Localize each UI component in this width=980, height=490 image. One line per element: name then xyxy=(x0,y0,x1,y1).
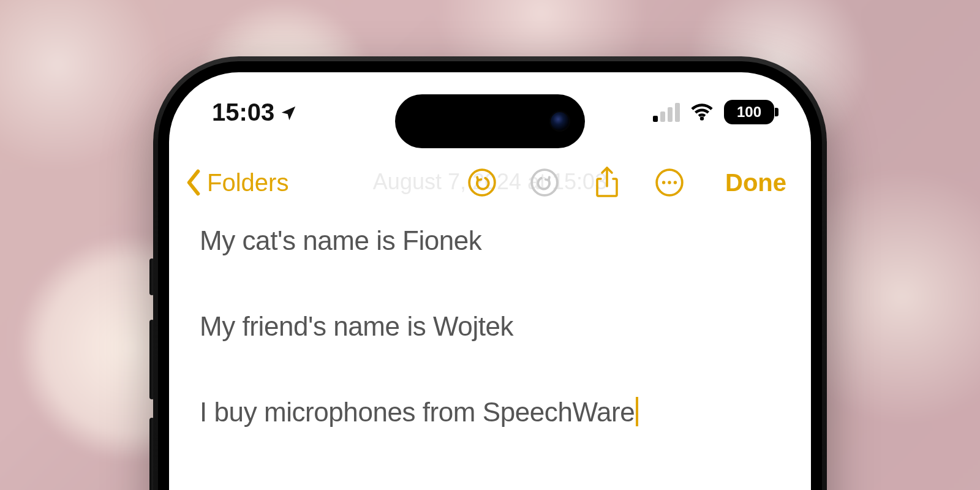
battery-percent: 100 xyxy=(737,104,761,121)
svg-point-0 xyxy=(469,170,495,195)
phone-device: 15:03 xyxy=(153,56,827,490)
back-label: Folders xyxy=(207,169,288,197)
navbar: Folders xyxy=(169,158,811,207)
location-icon xyxy=(279,104,298,123)
more-icon xyxy=(654,167,685,198)
svg-point-4 xyxy=(662,181,665,184)
svg-point-5 xyxy=(668,181,671,184)
battery-indicator: 100 xyxy=(724,100,774,124)
wifi-icon xyxy=(690,102,714,122)
redo-icon xyxy=(529,167,560,198)
more-button[interactable] xyxy=(653,166,686,199)
undo-button[interactable] xyxy=(466,166,499,199)
undo-icon xyxy=(467,167,497,198)
chevron-left-icon xyxy=(185,169,202,196)
phone-screen: 15:03 xyxy=(169,72,811,490)
note-line: My friend's name is Wojtek xyxy=(200,311,780,342)
dynamic-island xyxy=(395,94,585,148)
back-button[interactable]: Folders xyxy=(180,169,288,197)
redo-button xyxy=(528,166,561,199)
cellular-signal-icon xyxy=(653,102,680,122)
status-time: 15:03 xyxy=(212,99,274,126)
note-content[interactable]: My cat's name is Fionek My friend's name… xyxy=(200,225,780,483)
done-button[interactable]: Done xyxy=(725,169,786,197)
svg-point-1 xyxy=(532,170,557,195)
share-icon xyxy=(592,165,622,200)
text-cursor xyxy=(636,397,638,426)
note-line: My cat's name is Fionek xyxy=(200,225,780,256)
front-camera xyxy=(549,111,570,132)
note-line: I buy microphones from SpeechWare xyxy=(200,397,780,428)
svg-point-6 xyxy=(674,181,677,184)
share-button[interactable] xyxy=(590,166,624,199)
